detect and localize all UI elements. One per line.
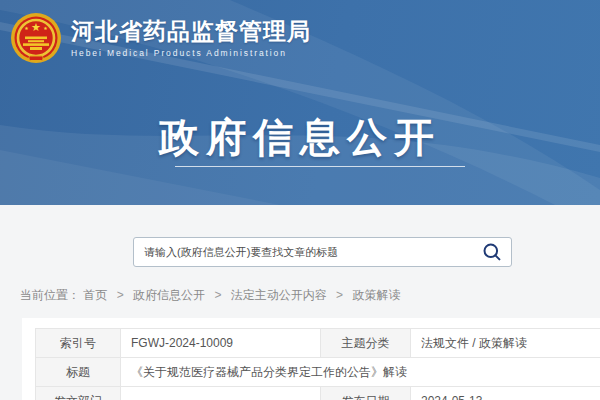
search-box xyxy=(133,237,512,267)
index-number-label: 索引号 xyxy=(36,329,121,358)
index-number-value: FGWJ-2024-10009 xyxy=(121,329,321,358)
svg-text:★: ★ xyxy=(43,25,48,31)
site-title-block: 河北省药品监督管理局 Hebei Medical Products Admini… xyxy=(71,18,311,57)
document-meta-table: 索引号 FGWJ-2024-10009 主题分类 法规文件 / 政策解读 标题 … xyxy=(35,328,600,400)
breadcrumb: 当前位置： 首页 > 政府信息公开 > 法定主动公开内容 > 政策解读 xyxy=(20,287,400,304)
issuing-dept-label: 发文部门 xyxy=(36,387,121,400)
document-detail-card: 索引号 FGWJ-2024-10009 主题分类 法规文件 / 政策解读 标题 … xyxy=(22,318,600,400)
doc-title-value: 《关于规范医疗器械产品分类界定工作的公告》解读 xyxy=(121,358,600,387)
breadcrumb-label: 当前位置： xyxy=(20,288,80,302)
site-logo[interactable]: ★ ★ ★ 河北省药品监督管理局 Hebei Medical Products … xyxy=(10,12,311,64)
breadcrumb-item-policy-interpretation[interactable]: 政策解读 xyxy=(352,288,400,302)
breadcrumb-item-info-disclosure[interactable]: 政府信息公开 xyxy=(133,288,205,302)
table-row: 发文部门 发布日期 2024-05-13 xyxy=(36,387,600,400)
search-button[interactable] xyxy=(473,238,511,266)
site-name-cn: 河北省药品监督管理局 xyxy=(71,18,311,44)
table-row: 索引号 FGWJ-2024-10009 主题分类 法规文件 / 政策解读 xyxy=(36,329,600,358)
breadcrumb-item-statutory-disclosure[interactable]: 法定主动公开内容 xyxy=(231,288,327,302)
page-title: 政府信息公开 xyxy=(0,110,600,165)
title-divider xyxy=(175,166,465,167)
search-input[interactable] xyxy=(134,238,473,266)
svg-text:★: ★ xyxy=(24,25,29,31)
doc-title-label: 标题 xyxy=(36,358,121,387)
magnifier-icon xyxy=(482,242,502,262)
site-header: ★ ★ ★ 河北省药品监督管理局 Hebei Medical Products … xyxy=(0,0,600,205)
publish-date-label: 发布日期 xyxy=(321,387,411,400)
publish-date-value: 2024-05-13 xyxy=(411,387,600,400)
topic-category-value: 法规文件 / 政策解读 xyxy=(411,329,600,358)
breadcrumb-item-home[interactable]: 首页 xyxy=(83,288,107,302)
breadcrumb-separator: > xyxy=(117,288,124,302)
breadcrumb-separator: > xyxy=(336,288,343,302)
site-name-en: Hebei Medical Products Administration xyxy=(71,48,311,58)
table-row: 标题 《关于规范医疗器械产品分类界定工作的公告》解读 xyxy=(36,358,600,387)
china-national-emblem-icon: ★ ★ ★ xyxy=(10,12,62,64)
topic-category-label: 主题分类 xyxy=(321,329,411,358)
issuing-dept-value xyxy=(121,387,321,400)
breadcrumb-separator: > xyxy=(214,288,221,302)
svg-text:★: ★ xyxy=(31,21,41,33)
